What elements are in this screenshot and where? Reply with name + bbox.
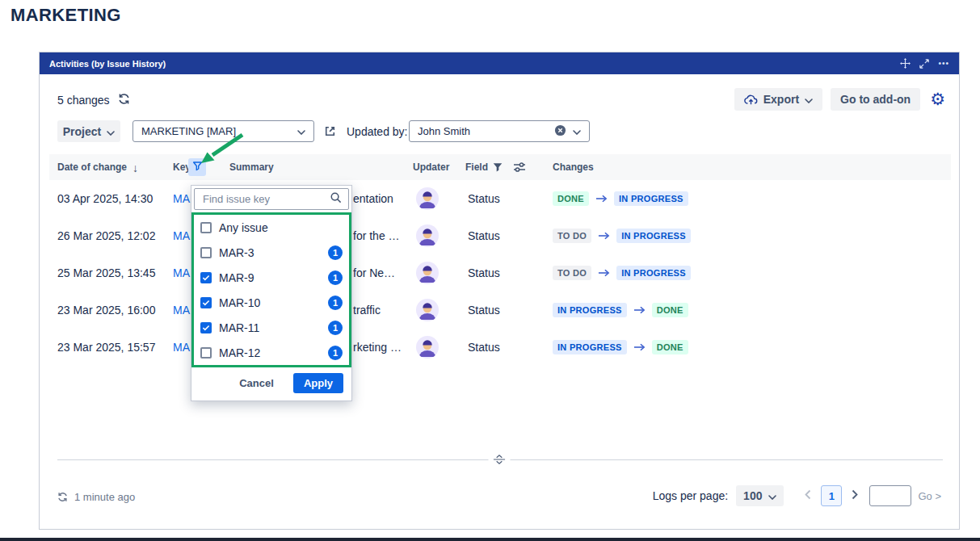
date-cell: 03 Apr 2025, 14:30 — [57, 192, 153, 205]
move-gadget-icon[interactable] — [900, 58, 911, 69]
filter-funnel-filled-icon — [492, 163, 503, 175]
issue-option[interactable]: MAR-3 1 — [194, 240, 349, 265]
issue-option[interactable]: MAR-10 1 — [194, 290, 349, 315]
column-summary-header: Summary — [229, 154, 274, 180]
key-filter-button[interactable] — [188, 158, 206, 176]
field-filter-button[interactable] — [492, 161, 503, 175]
popup-footer: Cancel Apply — [191, 367, 351, 401]
table-header: Date of change ↓ Key Summary Updater Fie… — [49, 154, 951, 180]
issue-key-search-input[interactable] — [201, 192, 325, 206]
updater-avatar — [416, 299, 439, 321]
issue-option[interactable]: MAR-9 1 — [194, 265, 349, 290]
updated-by-value: John Smith — [418, 125, 548, 137]
summary-text: for the … — [353, 229, 400, 242]
filter-funnel-icon — [192, 161, 203, 174]
panel-title: Activities (by Issue History) — [49, 59, 166, 69]
export-button[interactable]: Export — [734, 88, 822, 111]
field-cell: Status — [468, 192, 500, 205]
prev-page-button[interactable] — [805, 489, 811, 502]
expand-gadget-icon[interactable] — [919, 59, 929, 69]
logs-per-page-select[interactable]: 100 — [736, 485, 784, 506]
checkbox-unchecked[interactable] — [200, 247, 212, 258]
issue-key-link[interactable]: MA — [173, 192, 190, 205]
issue-option-label: MAR-10 — [219, 296, 260, 309]
date-cell: 25 Mar 2025, 13:45 — [57, 266, 155, 279]
changes-count: 5 changes — [57, 94, 110, 107]
count-badge: 1 — [328, 296, 343, 310]
checkbox-checked[interactable] — [200, 297, 212, 308]
column-changes-header: Changes — [553, 154, 594, 180]
arrow-right-icon — [633, 305, 646, 315]
column-field-header: Field — [465, 154, 488, 180]
issue-key-search[interactable] — [194, 188, 349, 210]
arrow-right-icon — [633, 342, 646, 352]
refresh-icon[interactable] — [57, 492, 68, 502]
apply-button[interactable]: Apply — [293, 373, 343, 393]
issue-key-link[interactable]: MA — [173, 341, 190, 354]
updater-avatar — [416, 336, 439, 359]
external-link-icon — [323, 128, 337, 140]
go-to-addon-button[interactable]: Go to add-on — [831, 88, 920, 111]
issue-option-label: MAR-9 — [219, 271, 254, 284]
chevron-left-icon — [805, 489, 811, 502]
summary-text: rketing … — [353, 341, 402, 354]
goto-page-input[interactable] — [869, 485, 911, 506]
project-select-value: MARKETING [MAR] — [141, 125, 291, 137]
changes-cell: DONE IN PROGRESS — [553, 191, 688, 206]
settings-gear-button[interactable]: ⚙ — [928, 88, 947, 111]
refresh-button[interactable] — [118, 93, 130, 107]
sort-desc-icon[interactable]: ↓ — [128, 154, 143, 182]
issue-key-link[interactable]: MA — [173, 304, 190, 317]
gear-icon: ⚙ — [930, 90, 945, 108]
issue-option[interactable]: MAR-11 1 — [194, 315, 349, 340]
issue-option[interactable]: Any issue — [194, 215, 349, 240]
cancel-button[interactable]: Cancel — [234, 376, 279, 390]
issue-option-label: Any issue — [219, 221, 268, 234]
arrow-right-icon — [598, 231, 610, 241]
count-badge: 1 — [328, 346, 343, 360]
table-row: 25 Mar 2025, 13:45 MA for Ne… Status TO … — [40, 254, 961, 291]
field-settings-button[interactable] — [513, 161, 526, 175]
resize-handle-icon[interactable] — [489, 454, 511, 468]
date-cell: 23 Mar 2025, 16:00 — [57, 304, 155, 317]
project-filter-dropdown[interactable]: Project — [57, 120, 120, 142]
page-number-button[interactable]: 1 — [821, 485, 842, 506]
window-bottom-edge — [0, 538, 980, 541]
clear-selection-icon[interactable] — [554, 124, 566, 139]
project-select[interactable]: MARKETING [MAR] — [132, 120, 314, 142]
project-filter-label: Project — [63, 125, 101, 138]
next-page-button[interactable] — [852, 489, 858, 502]
activities-panel: Activities (by Issue History) ••• 5 chan… — [39, 52, 960, 530]
arrow-right-icon — [598, 268, 610, 278]
summary-text: traffic — [353, 304, 381, 317]
open-project-button[interactable] — [323, 124, 337, 140]
date-cell: 26 Mar 2025, 12:02 — [57, 229, 155, 242]
issue-option[interactable]: MAR-12 1 — [194, 340, 349, 365]
updater-avatar — [416, 187, 439, 210]
status-badge: DONE — [652, 340, 688, 354]
key-filter-popup: Any issue MAR-3 1 MAR-9 1 MAR-10 1 — [191, 185, 352, 401]
arrow-right-icon — [595, 194, 608, 203]
search-icon — [330, 191, 342, 207]
updated-by-select[interactable]: John Smith — [409, 120, 590, 142]
go-button[interactable]: Go > — [918, 490, 941, 502]
checkbox-checked[interactable] — [200, 272, 212, 283]
status-badge: DONE — [553, 191, 589, 206]
issue-key-link[interactable]: MA — [173, 266, 190, 279]
logs-per-page-label: Logs per page: — [653, 489, 728, 502]
issue-key-link[interactable]: MA — [173, 229, 190, 242]
chevron-down-icon — [768, 489, 776, 502]
auto-refresh-status: 1 minute ago — [57, 486, 135, 507]
field-cell: Status — [468, 341, 500, 354]
checkbox-unchecked[interactable] — [200, 347, 212, 359]
table-row: 03 Apr 2025, 14:30 MA entation Status DO… — [40, 180, 961, 217]
summary-text: for Ne… — [353, 266, 395, 279]
checkbox-checked[interactable] — [200, 322, 212, 333]
panel-header: Activities (by Issue History) ••• — [40, 52, 959, 74]
changes-cell: IN PROGRESS DONE — [553, 340, 688, 354]
checkbox-unchecked[interactable] — [200, 222, 212, 233]
count-badge: 1 — [328, 270, 343, 285]
history-table-body: 03 Apr 2025, 14:30 MA entation Status DO… — [40, 180, 961, 366]
field-cell: Status — [468, 229, 500, 242]
more-options-icon[interactable]: ••• — [938, 60, 949, 68]
